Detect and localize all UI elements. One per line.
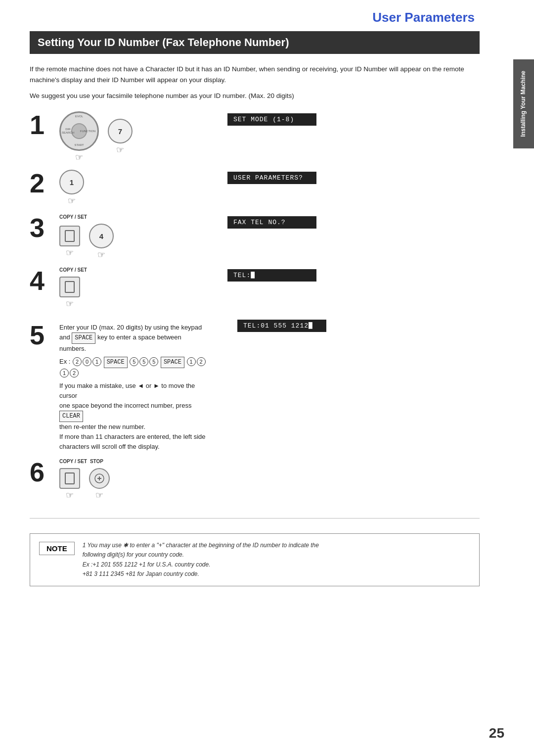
circle-2b: 2 bbox=[197, 357, 206, 366]
copy-set-label-4: COPY / SET bbox=[59, 267, 87, 273]
hand-icon-3a: ☞ bbox=[66, 247, 74, 258]
copy-set-btn-3-group: ☞ bbox=[59, 226, 80, 258]
step5-text1: Enter your ID (max. 20 digits) by using … bbox=[59, 323, 208, 354]
hand-icon-2: ☞ bbox=[68, 195, 76, 206]
copy-set-btn-3 bbox=[59, 226, 80, 246]
step5-text4: then re-enter the new number. bbox=[59, 422, 208, 432]
step-4-display: TEL:█ bbox=[227, 265, 336, 284]
stop-btn-6 bbox=[89, 468, 110, 489]
copy-set-icon-3 bbox=[65, 230, 75, 242]
suggest-text: We suggest you use your facsimile teleph… bbox=[30, 92, 480, 99]
sidebar-tab-text: Installing Your Machine bbox=[520, 71, 528, 137]
steps-area: 1 EVOL DIRSEARCH START FUNCTION ☞ 7 bbox=[30, 109, 480, 506]
note-line4: +81 3 111 2345 +81 for Japan country cod… bbox=[83, 569, 319, 579]
note-line2: following digit(s) for your country code… bbox=[83, 550, 319, 560]
copy-set-label-6: COPY / SET bbox=[59, 459, 87, 464]
step-3-row: 3 COPY / SET ☞ 4 ☞ FAX T bbox=[30, 212, 480, 260]
step-1-number: 1 bbox=[30, 111, 59, 138]
circle-1b: 1 bbox=[187, 357, 196, 366]
step5-text2: If you make a mistake, use ◄ or ► to mov… bbox=[59, 381, 208, 401]
circle-1c: 1 bbox=[60, 369, 69, 378]
page-title: User Parameters bbox=[30, 10, 480, 25]
circle-2c: 2 bbox=[70, 369, 79, 378]
hand-icon-1b: ☞ bbox=[116, 144, 124, 155]
btn-1-group: 1 ☞ bbox=[59, 170, 84, 206]
step5-text6: characters will scroll off the display. bbox=[59, 442, 208, 452]
step-1-display: SET MODE (1-8) bbox=[227, 109, 336, 129]
step-4-visual: COPY / SET ☞ bbox=[59, 265, 227, 309]
step-3-visual: COPY / SET ☞ 4 ☞ bbox=[59, 212, 227, 260]
dial-label-directory: DIRSEARCH bbox=[62, 128, 74, 135]
btn-1: 1 bbox=[59, 170, 84, 194]
hand-icon-6b: ☞ bbox=[95, 490, 103, 501]
step-5-number: 5 bbox=[30, 322, 59, 348]
clear-keycap: CLEAR bbox=[59, 411, 83, 422]
hand-icon-4: ☞ bbox=[66, 298, 74, 309]
step-1-row: 1 EVOL DIRSEARCH START FUNCTION ☞ 7 bbox=[30, 109, 480, 163]
lcd-step5: TEL:01 555 1212█ bbox=[237, 320, 326, 332]
page-number: 25 bbox=[489, 725, 504, 741]
step-6-visual: COPY / SET STOP ☞ bbox=[59, 457, 227, 501]
space-keycap: SPACE bbox=[72, 332, 95, 344]
sidebar-tab: Installing Your Machine bbox=[513, 59, 534, 148]
circle-5a: 5 bbox=[130, 357, 138, 366]
circle-1a: 1 bbox=[92, 357, 101, 366]
step-2-row: 2 1 ☞ USER PARAMETERS? bbox=[30, 168, 480, 207]
step-4-row: 4 COPY / SET ☞ TEL:█ bbox=[30, 265, 480, 315]
step5-ex: Ex : 201 SPACE 555 SPACE 1212 bbox=[59, 357, 208, 378]
main-dial-button: EVOL DIRSEARCH START FUNCTION ☞ bbox=[59, 111, 99, 163]
lcd-step1: SET MODE (1-8) bbox=[227, 113, 316, 126]
section-divider bbox=[30, 518, 480, 519]
step-5-display: TEL:01 555 1212█ bbox=[237, 320, 346, 335]
space-keycap-ex1: SPACE bbox=[104, 357, 128, 368]
note-text-block: 1 You may use ✱ to enter a "+" character… bbox=[83, 541, 319, 579]
step-3-number: 3 bbox=[30, 214, 59, 241]
dial-label-function: FUNCTION bbox=[80, 130, 95, 133]
step-2-visual: 1 ☞ bbox=[59, 168, 227, 206]
space-keycap-ex2: SPACE bbox=[161, 357, 184, 368]
hand-icon-6a: ☞ bbox=[66, 490, 74, 501]
copy-set-btn-6 bbox=[59, 468, 80, 489]
circle-0: 0 bbox=[83, 357, 91, 366]
intro-paragraph: If the remote machine does not have a Ch… bbox=[30, 64, 480, 85]
dial-label-evol: EVOL bbox=[75, 115, 83, 118]
btn-4: 4 bbox=[89, 224, 114, 248]
note-label: NOTE bbox=[39, 542, 75, 555]
copy-set-label-3: COPY / SET bbox=[59, 214, 87, 220]
lcd-step3: FAX TEL NO.? bbox=[227, 216, 316, 229]
copy-set-btn-4 bbox=[59, 277, 80, 297]
hand-icon-1: ☞ bbox=[75, 152, 83, 163]
circle-2: 2 bbox=[73, 357, 82, 366]
btn-7: 7 bbox=[108, 119, 133, 143]
copy-set-icon-6 bbox=[65, 472, 75, 484]
step-3-display: FAX TEL NO.? bbox=[227, 212, 336, 232]
circle-5b: 5 bbox=[139, 357, 148, 366]
step-5-desc: Enter your ID (max. 20 digits) by using … bbox=[59, 320, 208, 452]
hand-icon-3b: ☞ bbox=[97, 249, 105, 260]
step-5-row: 5 Enter your ID (max. 20 digits) by usin… bbox=[30, 320, 480, 452]
step5-text5: If more than 11 characters are entered, … bbox=[59, 432, 208, 442]
copy-set-btn-4-group: ☞ bbox=[59, 277, 80, 309]
btn-7-group: 7 ☞ bbox=[108, 119, 133, 155]
step-2-display: USER PARAMETERS? bbox=[227, 168, 336, 187]
main-dial: EVOL DIRSEARCH START FUNCTION bbox=[59, 111, 99, 151]
step-1-visual: EVOL DIRSEARCH START FUNCTION ☞ 7 ☞ bbox=[59, 109, 227, 163]
section-header: Setting Your ID Number (Fax Telephone Nu… bbox=[30, 31, 480, 54]
step-2-number: 2 bbox=[30, 170, 59, 196]
lcd-step2: USER PARAMETERS? bbox=[227, 172, 316, 184]
step-6-row: 6 COPY / SET STOP ☞ bbox=[30, 457, 480, 501]
copy-set-icon-4 bbox=[65, 281, 75, 293]
dial-label-start: START bbox=[74, 143, 84, 146]
note-section: NOTE 1 You may use ✱ to enter a "+" char… bbox=[30, 533, 480, 586]
circle-5c: 5 bbox=[149, 357, 158, 366]
copy-set-btn-6-group: ☞ bbox=[59, 468, 80, 501]
stop-label-6: STOP bbox=[90, 459, 103, 464]
step-6-number: 6 bbox=[30, 459, 59, 485]
btn-4-group: 4 ☞ bbox=[89, 224, 114, 260]
note-line3: Ex :+1 201 555 1212 +1 for U.S.A. countr… bbox=[83, 560, 319, 569]
step5-text3: one space beyond the incorrect number, p… bbox=[59, 401, 208, 422]
lcd-step4: TEL:█ bbox=[227, 269, 316, 282]
step-4-number: 4 bbox=[30, 267, 59, 294]
stop-btn-6-group: ☞ bbox=[89, 468, 110, 501]
stop-icon bbox=[94, 473, 105, 484]
